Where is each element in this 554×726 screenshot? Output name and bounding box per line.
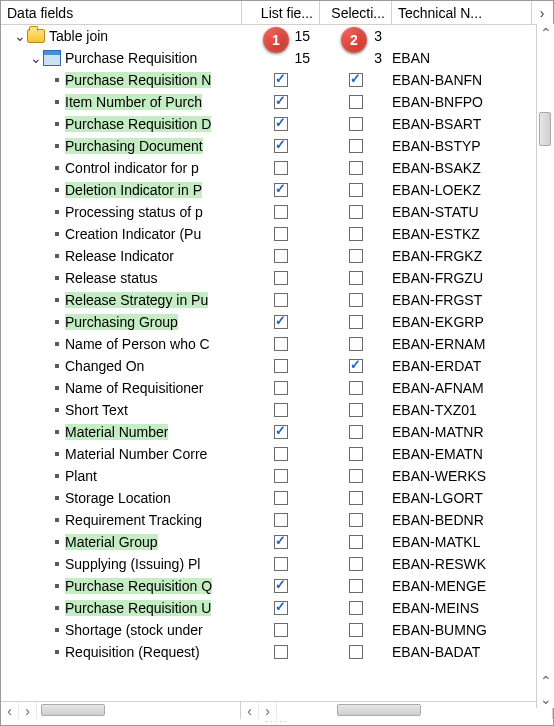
selection-checkbox[interactable] (349, 293, 363, 307)
list-checkbox[interactable] (274, 491, 288, 505)
selection-checkbox[interactable] (349, 645, 363, 659)
list-checkbox[interactable] (274, 469, 288, 483)
field-row[interactable]: Requirement TrackingEBAN-BEDNR (1, 509, 553, 531)
selection-checkbox[interactable] (349, 139, 363, 153)
selection-checkbox[interactable] (349, 535, 363, 549)
field-row[interactable]: Requisition (Request)EBAN-BADAT (1, 641, 553, 663)
field-row[interactable]: Purchase Requisition DEBAN-BSART (1, 113, 553, 135)
selection-checkbox[interactable] (349, 95, 363, 109)
hscroll-left[interactable]: ‹ (1, 702, 19, 719)
selection-checkbox[interactable] (349, 557, 363, 571)
hscroll-track[interactable] (37, 702, 240, 719)
hscroll-thumb[interactable] (41, 704, 105, 716)
vscroll-up[interactable]: ⌃ (537, 672, 554, 690)
selection-checkbox[interactable] (349, 227, 363, 241)
list-checkbox[interactable] (274, 645, 288, 659)
selection-checkbox[interactable] (349, 601, 363, 615)
hscroll-track[interactable] (277, 702, 552, 719)
field-row[interactable]: Purchase Requisition UEBAN-MEINS (1, 597, 553, 619)
selection-checkbox[interactable] (349, 73, 363, 87)
chevron-down-icon[interactable]: ⌄ (29, 50, 43, 66)
field-row[interactable]: Name of Person who CEBAN-ERNAM (1, 333, 553, 355)
hscroll-thumb[interactable] (337, 704, 421, 716)
resize-handle[interactable]: ····· (1, 719, 553, 725)
hscroll-right[interactable]: › (19, 702, 37, 719)
vscroll-track[interactable] (537, 42, 554, 672)
list-checkbox[interactable] (274, 95, 288, 109)
field-row[interactable]: Purchase Requisition NEBAN-BANFN (1, 69, 553, 91)
field-row[interactable]: Release IndicatorEBAN-FRGKZ (1, 245, 553, 267)
list-checkbox[interactable] (274, 161, 288, 175)
list-checkbox[interactable] (274, 117, 288, 131)
selection-checkbox[interactable] (349, 491, 363, 505)
field-row[interactable]: Item Number of PurchEBAN-BNFPO (1, 91, 553, 113)
field-row[interactable]: Purchase Requisition QEBAN-MENGE (1, 575, 553, 597)
list-checkbox[interactable] (274, 557, 288, 571)
field-row[interactable]: PlantEBAN-WERKS (1, 465, 553, 487)
field-row[interactable]: Name of RequisitionerEBAN-AFNAM (1, 377, 553, 399)
list-checkbox[interactable] (274, 249, 288, 263)
selection-checkbox[interactable] (349, 249, 363, 263)
list-checkbox[interactable] (274, 623, 288, 637)
selection-checkbox[interactable] (349, 161, 363, 175)
list-checkbox[interactable] (274, 73, 288, 87)
col-header-data[interactable]: Data fields (1, 1, 242, 24)
field-row[interactable]: Creation Indicator (PuEBAN-ESTKZ (1, 223, 553, 245)
chevron-down-icon[interactable]: ⌄ (13, 28, 27, 44)
selection-checkbox[interactable] (349, 359, 363, 373)
list-checkbox[interactable] (274, 601, 288, 615)
field-row[interactable]: Supplying (Issuing) PlEBAN-RESWK (1, 553, 553, 575)
selection-checkbox[interactable] (349, 447, 363, 461)
field-row[interactable]: Storage LocationEBAN-LGORT (1, 487, 553, 509)
selection-checkbox[interactable] (349, 315, 363, 329)
col-header-list[interactable]: List fie... (242, 1, 320, 24)
list-checkbox[interactable] (274, 513, 288, 527)
selection-checkbox[interactable] (349, 117, 363, 131)
selection-checkbox[interactable] (349, 403, 363, 417)
field-row[interactable]: Control indicator for pEBAN-BSAKZ (1, 157, 553, 179)
col-header-sel[interactable]: Selecti... (320, 1, 392, 24)
col-header-tech[interactable]: Technical N... (392, 1, 532, 24)
field-row[interactable]: Material GroupEBAN-MATKL (1, 531, 553, 553)
list-checkbox[interactable] (274, 579, 288, 593)
list-checkbox[interactable] (274, 359, 288, 373)
vscroll-up[interactable]: ⌃ (537, 24, 554, 42)
field-row[interactable]: Processing status of pEBAN-STATU (1, 201, 553, 223)
selection-checkbox[interactable] (349, 623, 363, 637)
vscroll-down[interactable]: ⌄ (537, 690, 554, 708)
field-row[interactable]: Release Strategy in PuEBAN-FRGST (1, 289, 553, 311)
field-row[interactable]: Shortage (stock underEBAN-BUMNG (1, 619, 553, 641)
selection-checkbox[interactable] (349, 183, 363, 197)
field-row[interactable]: Material NumberEBAN-MATNR (1, 421, 553, 443)
list-checkbox[interactable] (274, 227, 288, 241)
list-checkbox[interactable] (274, 183, 288, 197)
list-checkbox[interactable] (274, 315, 288, 329)
selection-checkbox[interactable] (349, 337, 363, 351)
selection-checkbox[interactable] (349, 579, 363, 593)
list-checkbox[interactable] (274, 535, 288, 549)
selection-checkbox[interactable] (349, 425, 363, 439)
list-checkbox[interactable] (274, 425, 288, 439)
col-header-arrow[interactable]: › (532, 5, 552, 21)
selection-checkbox[interactable] (349, 271, 363, 285)
list-checkbox[interactable] (274, 381, 288, 395)
field-row[interactable]: Purchasing GroupEBAN-EKGRP (1, 311, 553, 333)
selection-checkbox[interactable] (349, 469, 363, 483)
list-checkbox[interactable] (274, 337, 288, 351)
selection-checkbox[interactable] (349, 381, 363, 395)
hscroll-left[interactable]: ‹ (241, 702, 259, 719)
field-row[interactable]: Changed OnEBAN-ERDAT (1, 355, 553, 377)
list-checkbox[interactable] (274, 403, 288, 417)
field-row[interactable]: Short TextEBAN-TXZ01 (1, 399, 553, 421)
selection-checkbox[interactable] (349, 205, 363, 219)
list-checkbox[interactable] (274, 205, 288, 219)
field-row[interactable]: Purchasing DocumentEBAN-BSTYP (1, 135, 553, 157)
field-row[interactable]: Release statusEBAN-FRGZU (1, 267, 553, 289)
vscroll-thumb[interactable] (539, 112, 551, 146)
list-checkbox[interactable] (274, 293, 288, 307)
list-checkbox[interactable] (274, 271, 288, 285)
list-checkbox[interactable] (274, 447, 288, 461)
field-row[interactable]: Deletion Indicator in PEBAN-LOEKZ (1, 179, 553, 201)
selection-checkbox[interactable] (349, 513, 363, 527)
list-checkbox[interactable] (274, 139, 288, 153)
